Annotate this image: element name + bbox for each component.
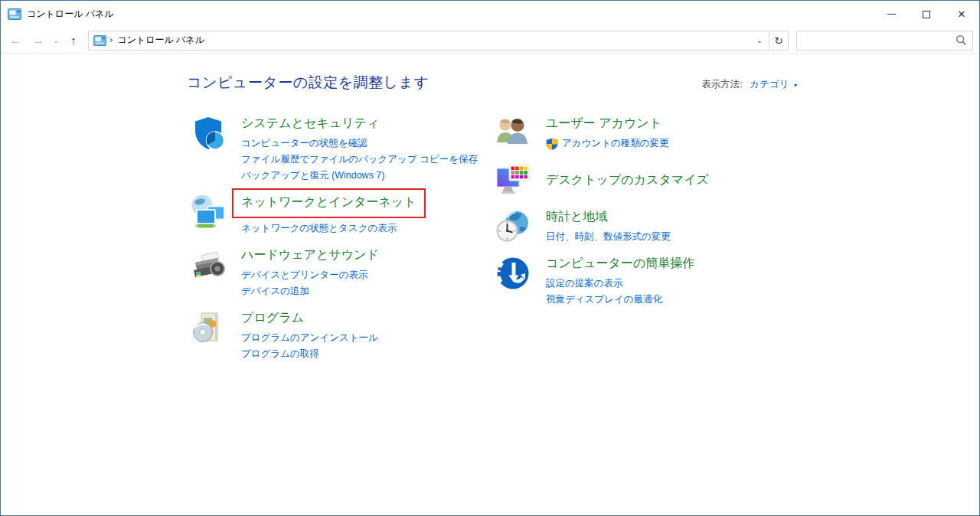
breadcrumb-chevron-icon: › <box>109 34 113 45</box>
category-appearance-personalization: デスクトップのカスタマイズ <box>495 162 793 198</box>
category-title-clock-region[interactable]: 時計と地域 <box>546 209 607 225</box>
category-title-ease-of-access[interactable]: コンピューターの簡単操作 <box>546 256 694 272</box>
category-hardware-sound: ハードウェアとサウンド デバイスとプリンターの表示 デバイスの追加 <box>190 247 488 299</box>
clock-region-icon[interactable] <box>495 208 531 245</box>
left-column: システムとセキュリティ コンピューターの状態を確認 ファイル履歴でファイルのバッ… <box>190 115 488 372</box>
hardware-sound-icon[interactable] <box>190 247 227 283</box>
category-network-internet: ネットワークとインターネット ネットワークの状態とタスクの表示 <box>190 194 488 237</box>
window-controls: ✕ <box>874 1 979 28</box>
up-icon[interactable]: ↑ <box>62 34 85 47</box>
view-by: 表示方法: カテゴリ ▾ <box>701 78 797 91</box>
window-title: コントロール パネル <box>27 8 114 21</box>
search-box[interactable] <box>796 31 973 51</box>
category-title-system-security[interactable]: システムとセキュリティ <box>241 116 379 132</box>
address-dropdown-icon[interactable]: ⌄ <box>750 36 769 44</box>
view-by-dropdown[interactable]: カテゴリ <box>750 79 789 90</box>
forward-icon[interactable]: → <box>27 34 50 47</box>
category-programs: プログラム プログラムのアンインストール プログラムの取得 <box>190 309 488 362</box>
category-user-accounts: ユーザー アカウント <box>495 115 793 152</box>
task-change-account-type[interactable]: アカウントの種類の変更 <box>562 136 669 152</box>
task-view-devices-printers[interactable]: デバイスとプリンターの表示 <box>241 267 379 283</box>
task-change-date-time-format[interactable]: 日付、時刻、数値形式の変更 <box>546 229 671 245</box>
category-title-network-internet[interactable]: ネットワークとインターネット <box>232 188 426 218</box>
task-check-computer-status[interactable]: コンピューターの状態を確認 <box>241 136 478 152</box>
appearance-personalization-icon[interactable] <box>495 162 531 198</box>
control-panel-icon <box>8 8 21 20</box>
task-optimize-visual-display[interactable]: 視覚ディスプレイの最適化 <box>546 292 694 308</box>
category-system-security: システムとセキュリティ コンピューターの状態を確認 ファイル履歴でファイルのバッ… <box>190 115 488 184</box>
control-panel-window: コントロール パネル ✕ ← → ⌄ ↑ › コントロール パネル ⌄ <box>0 0 980 516</box>
search-icon <box>956 34 967 46</box>
back-icon[interactable]: ← <box>4 34 27 47</box>
history-dropdown-icon[interactable]: ⌄ <box>50 37 62 44</box>
task-suggested-settings[interactable]: 設定の提案の表示 <box>546 276 694 292</box>
title-bar: コントロール パネル ✕ <box>1 1 979 28</box>
content-area: コンピューターの設定を調整します 表示方法: カテゴリ ▾ システ <box>1 54 979 515</box>
task-add-device[interactable]: デバイスの追加 <box>241 283 379 299</box>
refresh-icon[interactable]: ↻ <box>769 31 788 50</box>
category-title-appearance[interactable]: デスクトップのカスタマイズ <box>546 172 709 188</box>
content-header: コンピューターの設定を調整します 表示方法: カテゴリ ▾ <box>187 73 797 93</box>
programs-icon[interactable] <box>190 309 227 346</box>
task-view-network-status[interactable]: ネットワークの状態とタスクの表示 <box>241 220 426 237</box>
address-bar[interactable]: › コントロール パネル ⌄ ↻ <box>88 31 789 51</box>
view-by-caret-icon[interactable]: ▾ <box>794 82 797 89</box>
task-backup-restore-windows7[interactable]: バックアップと復元 (Windows 7) <box>241 168 478 184</box>
task-file-history-backup[interactable]: ファイル履歴でファイルのバックアップ コピーを保存 <box>241 152 478 168</box>
network-internet-icon[interactable] <box>190 194 227 230</box>
category-ease-of-access: コンピューターの簡単操作 設定の提案の表示 視覚ディスプレイの最適化 <box>495 255 793 308</box>
task-uninstall-program[interactable]: プログラムのアンインストール <box>241 330 378 346</box>
category-clock-region: 時計と地域 日付、時刻、数値形式の変更 <box>495 208 793 245</box>
task-get-programs[interactable]: プログラムの取得 <box>241 346 378 362</box>
right-column: ユーザー アカウント <box>495 115 793 318</box>
navigation-bar: ← → ⌄ ↑ › コントロール パネル ⌄ ↻ <box>1 28 979 54</box>
minimize-button[interactable] <box>874 1 909 28</box>
close-button[interactable]: ✕ <box>944 1 979 28</box>
system-security-shield-icon[interactable] <box>190 115 227 152</box>
breadcrumb-item[interactable]: コントロール パネル <box>117 34 204 47</box>
view-by-label: 表示方法: <box>701 79 742 90</box>
page-title: コンピューターの設定を調整します <box>187 73 429 93</box>
maximize-button[interactable] <box>909 1 944 28</box>
category-title-programs[interactable]: プログラム <box>241 310 304 326</box>
search-input[interactable] <box>803 35 956 46</box>
address-control-panel-icon <box>93 35 106 46</box>
category-title-hardware-sound[interactable]: ハードウェアとサウンド <box>241 247 379 263</box>
user-accounts-icon[interactable] <box>495 115 531 152</box>
category-title-user-accounts[interactable]: ユーザー アカウント <box>546 116 662 132</box>
uac-shield-icon <box>546 138 558 150</box>
ease-of-access-icon[interactable] <box>495 255 531 292</box>
